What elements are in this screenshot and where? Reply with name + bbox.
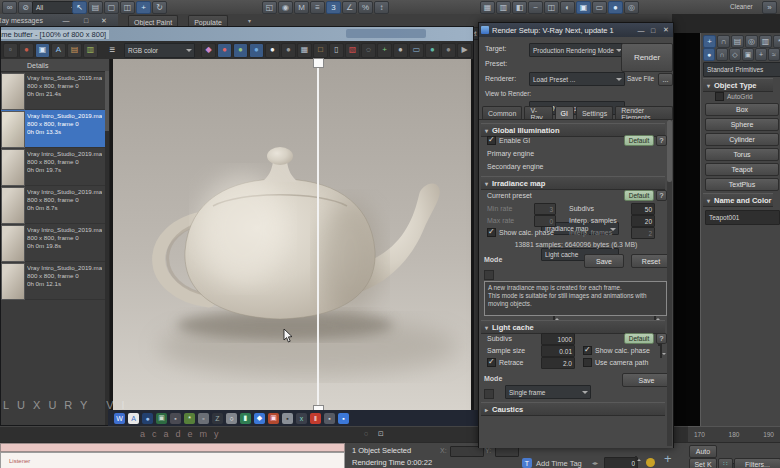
retrace-row[interactable]: Retrace — [487, 358, 524, 367]
rectangular-selection-icon[interactable]: ▢ — [104, 1, 119, 14]
object-type-rollout[interactable]: Object Type — [703, 78, 773, 92]
lc-show-calc-checkbox[interactable] — [583, 346, 592, 355]
select-and-link-icon[interactable]: ∞ — [2, 1, 17, 14]
helpers-icon[interactable]: + — [755, 48, 767, 61]
material-editor-icon[interactable]: ◐ — [560, 1, 575, 14]
key-filter-icon[interactable]: ∷ — [718, 458, 733, 468]
select-and-rotate-icon[interactable]: ↻ — [152, 1, 167, 14]
angle-snap-icon[interactable]: ∠ — [342, 1, 357, 14]
key-filters-button[interactable]: Filters... — [734, 458, 780, 468]
primitive-button[interactable]: TextPlus — [705, 178, 779, 191]
follow-mouse-icon[interactable]: + — [377, 43, 392, 58]
percent-snap-icon[interactable]: % — [358, 1, 373, 14]
history-panel-icon[interactable]: ▶ — [457, 43, 472, 58]
taskbar-app-13-icon[interactable]: ▪ — [282, 413, 293, 424]
render-setup-titlebar[interactable]: Render Setup: V-Ray Next, update 1 — □ ✕ — [479, 23, 673, 37]
history-item[interactable]: Vray Intro_Studio_2019.ma 800 x 800, fra… — [1, 110, 109, 148]
render-setup-tab[interactable]: GI — [555, 106, 574, 120]
alpha-channel-icon[interactable]: ● — [265, 43, 280, 58]
maximize-icon[interactable]: □ — [80, 16, 92, 25]
show-calc-row[interactable]: Show calc. phase — [487, 228, 554, 237]
im-help-button[interactable]: ? — [656, 190, 667, 201]
auto-key-button[interactable]: Auto — [689, 445, 717, 458]
snaps-toggle-icon[interactable]: 3 — [326, 1, 341, 14]
primitive-category-dropdown[interactable]: Standard Primitives — [703, 62, 780, 77]
enable-gi-checkbox[interactable] — [487, 136, 496, 145]
preset-dropdown[interactable]: Load Preset ... — [529, 72, 625, 86]
taskbar-app-15-icon[interactable]: ‖ — [310, 413, 321, 424]
isolate-selection-icon[interactable]: ◌ — [364, 430, 368, 437]
history-scrollbar[interactable] — [105, 71, 109, 425]
render-setup-icon[interactable]: ▣ — [576, 1, 591, 14]
history-item[interactable]: Vray Intro_Studio_2019.ma 800 x 800, fra… — [1, 224, 109, 262]
render-setup-tab[interactable]: Settings — [576, 106, 613, 120]
red-channel-icon[interactable]: ● — [217, 43, 232, 58]
render-production-icon[interactable]: ● — [608, 1, 623, 14]
irradiance-map-rollout[interactable]: Irradiance map — [481, 176, 665, 190]
taskbar-app-14-icon[interactable]: x — [296, 413, 307, 424]
taskbar-app-8-icon[interactable]: Z — [212, 413, 223, 424]
named-selection-icon[interactable]: ▦ — [480, 1, 495, 14]
rendered-frame-icon[interactable]: ▭ — [592, 1, 607, 14]
taskbar-app-12-icon[interactable]: ▣ — [268, 413, 279, 424]
curve-editor-icon[interactable]: ~ — [528, 1, 543, 14]
macro-recorder-strip[interactable] — [0, 443, 345, 452]
lc-help-button[interactable]: ? — [656, 333, 667, 344]
caustics-rollout[interactable]: Caustics — [481, 402, 665, 416]
retrace-checkbox[interactable] — [487, 358, 496, 367]
timeline-ruler[interactable]: 170180190 — [688, 426, 780, 442]
minimize-icon[interactable]: — — [635, 26, 647, 35]
vfb-layers-icon[interactable]: ▣ — [35, 43, 50, 58]
vfb-compare-divider[interactable] — [317, 58, 319, 412]
select-object-icon[interactable]: ↖ — [72, 1, 87, 14]
pivot-center-icon[interactable]: ◉ — [278, 1, 293, 14]
im-reset-button[interactable]: Reset — [631, 254, 671, 268]
lc-subdivs-field[interactable]: 1000 — [541, 333, 575, 345]
shapes-icon[interactable]: ∩ — [716, 48, 728, 61]
vfb-image-alt-icon[interactable]: ▥ — [83, 43, 98, 58]
history-item[interactable]: Vray Intro_Studio_2019.ma 800 x 800, fra… — [1, 148, 109, 186]
history-item[interactable]: Vray Intro_Studio_2019.ma 800 x 800, fra… — [1, 186, 109, 224]
retrace-field[interactable]: 2.0 — [541, 357, 575, 369]
taskbar-app-3-icon[interactable]: ● — [142, 413, 153, 424]
select-and-scale-icon[interactable]: ◱ — [262, 1, 277, 14]
clear-image-icon[interactable]: ▯ — [329, 43, 344, 58]
window-crossing-icon[interactable]: ◫ — [120, 1, 135, 14]
lc-save-button[interactable]: Save — [622, 373, 671, 387]
create-tab-icon[interactable]: + — [703, 35, 716, 48]
geometry-icon[interactable]: ● — [703, 48, 715, 61]
stamp-icon[interactable]: ● — [393, 43, 408, 58]
maxscript-listener[interactable]: Listener — [0, 452, 345, 468]
light-cache-rollout[interactable]: Light cache — [481, 320, 665, 334]
primitive-button[interactable]: Sphere — [705, 118, 779, 131]
maximize-icon[interactable]: □ — [647, 26, 659, 35]
schematic-view-icon[interactable]: ◫ — [544, 1, 559, 14]
lc-default-button[interactable]: Default — [624, 333, 654, 344]
frame-step-icons[interactable]: ◂▸ — [592, 459, 598, 466]
set-keys-button[interactable]: + — [664, 451, 672, 466]
set-key-button[interactable]: Set K — [689, 458, 717, 468]
dialog-scrollbar[interactable] — [667, 120, 672, 446]
vfb-image-icon[interactable]: ▤ — [67, 43, 82, 58]
add-time-tag[interactable]: Add Time Tag — [536, 459, 582, 468]
cleaner-button[interactable]: Cleaner — [730, 3, 753, 10]
autogrid-row[interactable]: AutoGrid — [715, 92, 753, 101]
save-image-icon[interactable]: ▦ — [297, 43, 312, 58]
taskbar-app-2-icon[interactable]: A — [128, 413, 139, 424]
ab-horizontal-icon[interactable]: ● — [425, 43, 440, 58]
hierarchy-tab-icon[interactable]: ▤ — [731, 35, 744, 48]
frame-spinner[interactable] — [635, 456, 637, 468]
lc-file-browse-icon[interactable] — [484, 389, 494, 399]
motion-tab-icon[interactable]: ◎ — [745, 35, 758, 48]
object-name-field[interactable]: Teapot001 — [705, 210, 780, 225]
align-icon[interactable]: ≡ — [310, 1, 325, 14]
render-setup-tab[interactable]: V-Ray — [524, 106, 552, 120]
taskbar-app-4-icon[interactable]: ▣ — [156, 413, 167, 424]
selection-lock-icon[interactable]: ⊡ — [378, 430, 384, 438]
taskbar-app-10-icon[interactable]: ▮ — [240, 413, 251, 424]
use-camera-path-row[interactable]: Use camera path — [583, 358, 648, 367]
compare-icon[interactable]: ▭ — [409, 43, 424, 58]
save-file-browse-button[interactable]: ... — [658, 73, 673, 86]
history-item[interactable]: Vray Intro_Studio_2019.ma 800 x 800, fra… — [1, 72, 109, 110]
collapse-toolbar-icon[interactable]: » — [762, 1, 777, 14]
